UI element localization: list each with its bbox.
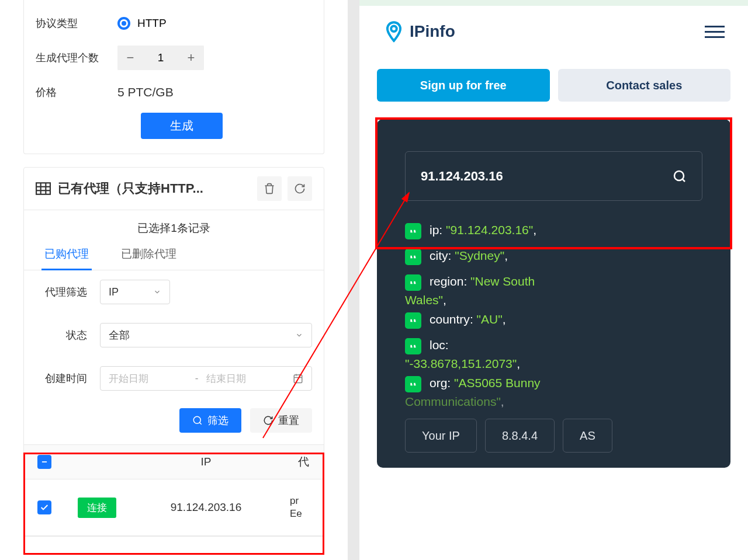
count-label: 生成代理个数 [36,51,117,65]
selection-info: 已选择1条记录 [24,210,324,246]
svg-rect-5 [294,375,302,383]
json-row-ip: ip: "91.124.203.16", [405,218,702,244]
cell-ip: 91.124.203.16 [129,479,283,536]
date-end: 结束日期 [206,372,285,385]
svg-point-9 [193,416,200,423]
filter-button[interactable]: 筛选 [179,408,241,433]
price-value: 5 PTC/GB [117,85,174,99]
search-icon [673,169,687,183]
quote-icon [405,223,421,239]
calendar-icon [293,373,303,384]
chevron-down-icon [295,331,303,339]
json-row-country: country: "AU", [405,308,702,333]
json-row-loc: loc: [405,333,702,359]
table-row: 连接 91.124.203.16 prEe [24,479,324,536]
reset-button[interactable]: 重置 [250,408,312,433]
tab-deleted[interactable]: 已删除代理 [118,246,179,270]
json-row-region: region: "New South [405,270,702,295]
stepper-plus[interactable]: + [178,46,204,70]
ip-search-input[interactable]: 91.124.203.16 [405,151,702,201]
tab-purchased[interactable]: 已购代理 [41,246,92,270]
refresh-icon [263,415,273,426]
select-all-checkbox[interactable] [37,455,51,469]
example-ip-pill[interactable]: 8.8.4.4 [485,419,555,453]
row-checkbox[interactable] [37,500,51,514]
proxy-table: IP 代 连接 91.124.203.16 prEe [24,444,324,536]
ip-details-card: 91.124.203.16 ip: "91.124.203.16", city:… [377,119,730,468]
logo-pin-icon [383,20,405,43]
table-title: 已有代理（只支持HTTP... [58,180,203,197]
signup-button[interactable]: Sign up for free [377,69,550,102]
col-proxy: 代 [283,445,324,479]
col-ip: IP [129,445,283,479]
json-row-org: org: "AS5065 Bunny [405,371,702,397]
date-range-input[interactable]: 开始日期 - 结束日期 [100,366,312,391]
status-select[interactable]: 全部 [100,323,312,347]
svg-line-16 [683,179,685,181]
stepper-minus[interactable]: − [117,46,143,70]
table-grid-icon [36,182,51,195]
menu-button[interactable] [705,26,725,38]
delete-button[interactable] [257,176,282,201]
created-time-label: 创建时间 [36,371,94,385]
example-as-pill[interactable]: AS [563,419,612,453]
protocol-label: 协议类型 [36,16,117,30]
svg-line-10 [199,422,201,424]
svg-rect-0 [36,183,50,194]
quote-icon [405,338,421,354]
generate-button[interactable]: 生成 [141,113,223,139]
brand-text: IPinfo [410,22,455,41]
stepper-value: 1 [143,46,178,70]
svg-point-15 [674,171,684,180]
quote-icon [405,249,421,265]
chevron-down-icon [153,288,161,296]
quote-icon [405,376,421,392]
cell-proxy-fragment: prEe [283,479,324,536]
status-badge: 连接 [78,498,116,518]
json-row-city: city: "Sydney", [405,244,702,270]
yourip-pill[interactable]: Your IP [405,419,477,453]
quote-icon [405,274,421,291]
svg-point-14 [391,26,397,32]
quote-icon [405,312,421,329]
status-label: 状态 [36,328,94,342]
refresh-button[interactable] [288,176,312,201]
search-value: 91.124.203.16 [421,169,673,184]
proxy-filter-label: 代理筛选 [36,285,94,299]
filter-mode-select[interactable]: IP [100,280,170,304]
date-start: 开始日期 [109,372,187,385]
contact-button[interactable]: Contact sales [558,69,731,102]
price-label: 价格 [36,85,117,99]
ipinfo-logo: IPinfo [383,20,455,43]
quantity-stepper[interactable]: − 1 + [117,46,204,70]
protocol-value: HTTP [137,17,167,30]
protocol-radio-http[interactable]: HTTP [117,17,167,30]
search-icon [192,415,203,426]
